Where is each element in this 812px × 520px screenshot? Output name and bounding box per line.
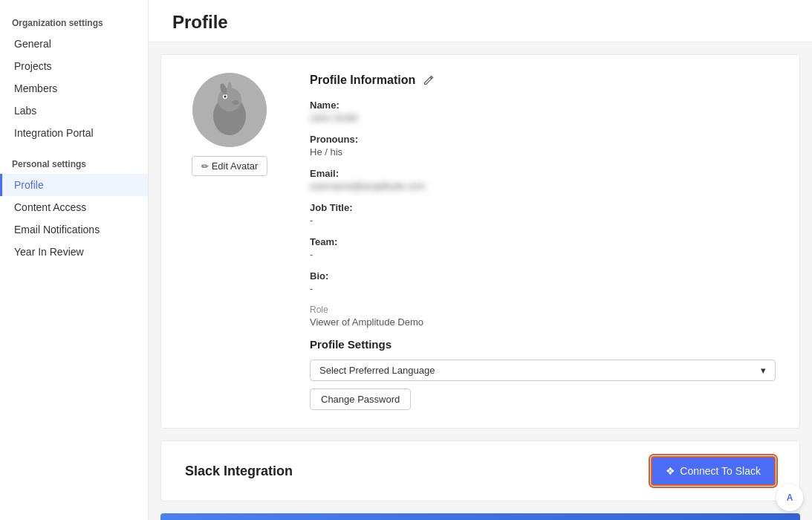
name-value: John Smith xyxy=(310,112,776,123)
org-section-title: Organization settings xyxy=(0,12,148,33)
edit-avatar-button[interactable]: ✏ Edit Avatar xyxy=(192,156,268,176)
name-field: Name: John Smith xyxy=(310,100,776,123)
pencil-icon: ✏ xyxy=(201,161,209,172)
bio-field: Bio: - xyxy=(310,270,776,294)
sidebar-item-profile[interactable]: Profile xyxy=(0,174,148,196)
change-password-button[interactable]: Change Password xyxy=(310,389,411,410)
pencil-edit-icon xyxy=(423,74,435,86)
connect-slack-button[interactable]: ❖ Connect To Slack xyxy=(651,456,776,486)
sidebar-item-content-access[interactable]: Content Access xyxy=(0,196,148,218)
page-header: Profile xyxy=(149,0,812,42)
svg-point-3 xyxy=(232,100,239,105)
profile-info-title: Profile Information xyxy=(310,74,415,87)
slack-icon: ❖ xyxy=(666,465,675,477)
job-title-value: - xyxy=(310,215,776,226)
amplitude-logo: A xyxy=(776,484,803,511)
team-field: Team: - xyxy=(310,236,776,260)
chevron-down-icon: ▾ xyxy=(761,365,766,376)
sidebar-item-year-in-review[interactable]: Year In Review xyxy=(0,241,148,263)
sidebar-item-general[interactable]: General xyxy=(0,33,148,55)
email-value: username@amplitude.com xyxy=(310,181,776,192)
profile-settings-section: Profile Settings Select Preferred Langua… xyxy=(310,338,776,410)
profile-settings-title: Profile Settings xyxy=(310,338,776,351)
role-value: Viewer of Amplitude Demo xyxy=(310,316,776,328)
sidebar-item-projects[interactable]: Projects xyxy=(0,55,148,77)
page-title: Profile xyxy=(172,12,788,33)
profile-card: ✏ Edit Avatar Profile Information xyxy=(160,54,800,429)
slack-title: Slack Integration xyxy=(185,464,293,479)
sidebar-item-members[interactable]: Members xyxy=(0,77,148,100)
personal-section-title: Personal settings xyxy=(0,153,148,174)
bio-value: - xyxy=(310,283,776,294)
main-content: Profile xyxy=(149,0,812,520)
job-title-field: Job Title: - xyxy=(310,202,776,226)
amplitude-slack-banner: × Stay connected with Amplitude on Slack… xyxy=(160,513,800,520)
sidebar-item-email-notifications[interactable]: Email Notifications xyxy=(0,218,148,241)
edit-profile-button[interactable] xyxy=(421,73,436,88)
team-value: - xyxy=(310,249,776,260)
avatar-section: ✏ Edit Avatar xyxy=(185,73,274,176)
pronouns-field: Pronouns: He / his xyxy=(310,134,776,157)
svg-point-5 xyxy=(224,96,227,98)
language-select[interactable]: Select Preferred Language ▾ xyxy=(310,360,776,381)
pronouns-value: He / his xyxy=(310,146,776,157)
profile-info-header: Profile Information xyxy=(310,73,776,88)
role-group: Role Viewer of Amplitude Demo xyxy=(310,305,776,328)
sidebar-item-labs[interactable]: Labs xyxy=(0,100,148,122)
profile-info-section: Profile Information Name: John Smith Pro… xyxy=(310,73,776,410)
sidebar: Organization settings General Projects M… xyxy=(0,0,149,520)
svg-point-7 xyxy=(227,82,232,93)
email-field: Email: username@amplitude.com xyxy=(310,168,776,192)
avatar xyxy=(192,73,267,147)
sidebar-item-integration-portal[interactable]: Integration Portal xyxy=(0,122,148,144)
slack-integration-card: Slack Integration ❖ Connect To Slack xyxy=(160,441,800,501)
profile-layout: ✏ Edit Avatar Profile Information xyxy=(185,73,776,410)
